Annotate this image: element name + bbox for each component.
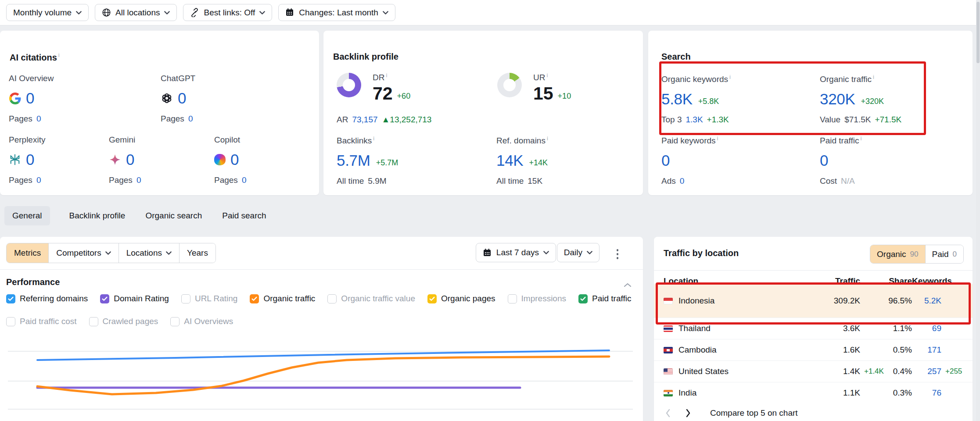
ar-value-link[interactable]: 73,157 xyxy=(352,115,377,125)
divider xyxy=(654,270,973,271)
segment-locations[interactable]: Locations xyxy=(118,243,179,263)
chatgpt-count[interactable]: 0 xyxy=(178,89,186,107)
best-links-dropdown[interactable]: Best links: Off xyxy=(183,4,272,21)
info-icon[interactable]: i xyxy=(547,135,548,142)
toggle-organic[interactable]: Organic 90 xyxy=(870,245,925,263)
compare-top5-link[interactable]: Compare top 5 on chart xyxy=(710,408,798,418)
india-flag-icon xyxy=(664,390,673,396)
table-row-united-states[interactable]: United States 1.4K+1.4K 0.4% 257+255 xyxy=(654,360,973,382)
keywords-link[interactable]: 76 xyxy=(912,388,941,398)
metric-checkbox-url-rating[interactable]: URL Rating xyxy=(181,294,238,303)
share-value: 0.3% xyxy=(860,388,912,398)
info-icon[interactable]: i xyxy=(717,135,718,142)
location-name: Cambodia xyxy=(678,345,717,355)
metric-checkbox-referring-domains[interactable]: Referring domains xyxy=(6,294,88,303)
scrollbar-thumb[interactable] xyxy=(976,2,980,63)
location-name: India xyxy=(678,388,696,398)
keywords-link[interactable]: 257 xyxy=(927,367,941,376)
pages-count-link[interactable]: 0 xyxy=(36,114,41,124)
chevron-right-icon xyxy=(686,409,691,417)
keywords-link[interactable]: 171 xyxy=(912,345,941,355)
segment-label: Metrics xyxy=(14,248,41,258)
ads-count-link[interactable]: 0 xyxy=(680,176,685,186)
monthly-volume-dropdown[interactable]: Monthly volume xyxy=(6,4,89,21)
segment-years[interactable]: Years xyxy=(179,243,215,263)
all-locations-dropdown[interactable]: All locations xyxy=(95,4,177,21)
metric-checkbox-row-1: Referring domains Domain Rating URL Rati… xyxy=(6,294,631,303)
gemini-count[interactable]: 0 xyxy=(126,151,134,168)
date-range-dropdown[interactable]: Last 7 days xyxy=(476,243,556,262)
perplexity-count[interactable]: 0 xyxy=(26,151,34,168)
pages-count-link[interactable]: 0 xyxy=(36,175,41,185)
keywords-link[interactable]: 69 xyxy=(912,324,941,333)
checkbox-unchecked-icon xyxy=(181,294,190,303)
metric-label: Organic traffic value xyxy=(341,294,415,303)
pages-count-link[interactable]: 0 xyxy=(242,175,247,185)
paid-traffic-value-link[interactable]: 0 xyxy=(820,152,828,169)
chart-mode-segmented-control: Metrics Competitors Locations Years xyxy=(6,243,216,263)
stat-label: Ref. domains xyxy=(496,136,546,145)
stat-label: ChatGPT xyxy=(161,74,195,83)
pages-count-link[interactable]: 0 xyxy=(188,114,193,124)
granularity-dropdown[interactable]: Daily xyxy=(557,243,599,262)
metric-checkbox-paid-traffic-cost[interactable]: Paid traffic cost xyxy=(6,317,77,326)
metric-checkbox-organic-traffic-value[interactable]: Organic traffic value xyxy=(327,294,415,303)
dr-label: DR xyxy=(373,73,384,82)
tab-backlink-profile[interactable]: Backlink profile xyxy=(68,206,126,225)
ref-domains-value-link[interactable]: 14K xyxy=(496,152,523,169)
ahrefs-rank-line: AR 73,157 ▲13,252,713 xyxy=(337,115,431,125)
previous-page-button[interactable] xyxy=(664,407,672,419)
metric-checkbox-organic-traffic[interactable]: Organic traffic xyxy=(250,294,315,303)
next-page-button[interactable] xyxy=(684,407,693,419)
traffic-value: 1.4K xyxy=(843,367,860,376)
scrollbar-track[interactable] xyxy=(976,0,980,421)
info-icon[interactable]: i xyxy=(546,72,548,78)
gemini-stat: Gemini 0 Pages0 xyxy=(109,135,141,185)
pages-count-link[interactable]: 0 xyxy=(136,175,141,185)
changes-period-dropdown[interactable]: Changes: Last month xyxy=(278,4,395,21)
table-row-india[interactable]: India 1.1K 0.3% 76 xyxy=(654,382,973,403)
segment-competitors[interactable]: Competitors xyxy=(48,243,118,263)
backlink-profile-title: Backlink profile xyxy=(333,52,398,62)
chevron-down-icon xyxy=(166,251,172,255)
segment-metrics[interactable]: Metrics xyxy=(7,243,48,263)
segment-label: Locations xyxy=(126,248,162,258)
metric-checkbox-organic-pages[interactable]: Organic pages xyxy=(427,294,495,303)
metric-checkbox-impressions[interactable]: Impressions xyxy=(508,294,566,303)
date-range-label: Last 7 days xyxy=(496,248,539,257)
pages-label: Pages xyxy=(9,175,32,185)
info-icon[interactable]: i xyxy=(860,135,862,142)
ref-domains-delta: +14K xyxy=(529,158,548,168)
location-pagination: Compare top 5 on chart xyxy=(664,404,798,421)
traffic-value: 1.6K xyxy=(810,345,860,355)
ref-domains-stat: Ref. domainsi 14K+14K All time15K xyxy=(496,135,548,186)
metric-checkbox-crawled-pages[interactable]: Crawled pages xyxy=(89,317,158,326)
metric-label: Referring domains xyxy=(20,294,88,303)
tab-organic-search[interactable]: Organic search xyxy=(144,206,203,225)
backlinks-value-link[interactable]: 5.7M xyxy=(337,152,370,169)
more-options-kebab-menu[interactable] xyxy=(615,247,621,261)
metric-checkbox-paid-traffic[interactable]: Paid traffic xyxy=(578,294,631,303)
info-icon[interactable]: i xyxy=(386,72,387,78)
dr-rating: DRi 72+60 xyxy=(373,72,410,103)
info-icon[interactable]: i xyxy=(58,52,60,58)
metric-checkbox-domain-rating[interactable]: Domain Rating xyxy=(100,294,169,303)
info-icon[interactable]: i xyxy=(373,135,374,142)
pages-label: Pages xyxy=(109,175,133,185)
ai-overview-count[interactable]: 0 xyxy=(26,89,34,107)
keywords-delta: +255 xyxy=(945,367,962,376)
annotation-rectangle-search-metrics xyxy=(659,61,926,135)
table-row-cambodia[interactable]: Cambodia 1.6K 0.5% 171 xyxy=(654,339,973,360)
paid-keywords-value-link[interactable]: 0 xyxy=(661,152,670,169)
segment-label: Years xyxy=(187,248,208,258)
tab-paid-search[interactable]: Paid search xyxy=(221,206,267,225)
metric-checkbox-ai-overviews[interactable]: AI Overviews xyxy=(170,317,233,326)
performance-line-chart[interactable] xyxy=(0,346,643,421)
copilot-count[interactable]: 0 xyxy=(230,151,239,168)
alltime-label: All time xyxy=(337,176,364,186)
toggle-paid[interactable]: Paid 0 xyxy=(925,245,964,263)
share-value: 0.4% xyxy=(860,367,912,376)
alltime-value: 15K xyxy=(528,176,542,186)
tab-general[interactable]: General xyxy=(4,206,50,225)
collapse-section-button[interactable] xyxy=(624,280,632,289)
